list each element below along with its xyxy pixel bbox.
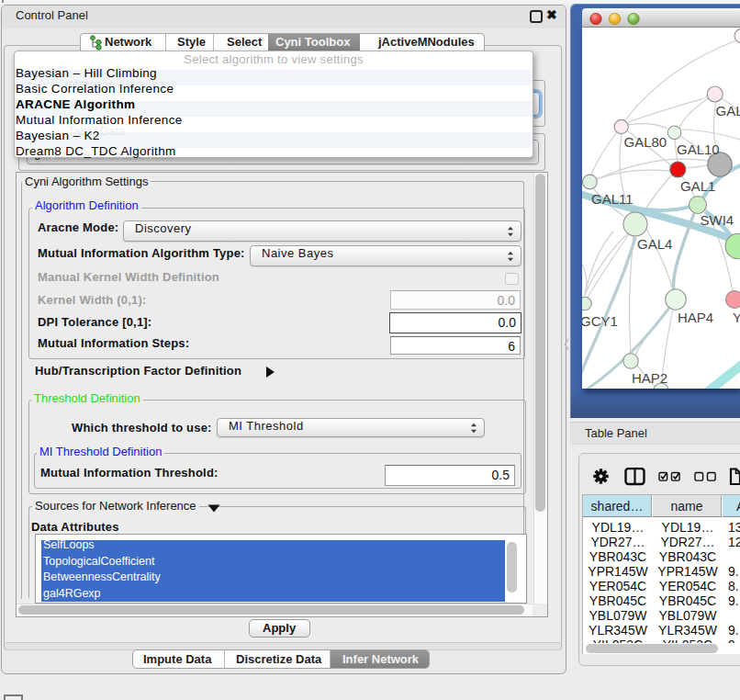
svg-text:GAL10: GAL10 (677, 141, 720, 157)
svg-text:HAP4: HAP4 (678, 310, 713, 325)
svg-text:GCY1: GCY1 (582, 313, 618, 329)
svg-text:HAP2: HAP2 (632, 370, 667, 386)
svg-text:SWI4: SWI4 (701, 212, 734, 228)
svg-text:Y: Y (733, 310, 740, 325)
svg-text:GAL80: GAL80 (716, 103, 740, 119)
svg-text:GAL1: GAL1 (680, 178, 715, 194)
svg-text:GAL11: GAL11 (591, 191, 633, 207)
svg-text:GAL4: GAL4 (637, 236, 672, 252)
svg-text:GAL80: GAL80 (624, 134, 667, 150)
